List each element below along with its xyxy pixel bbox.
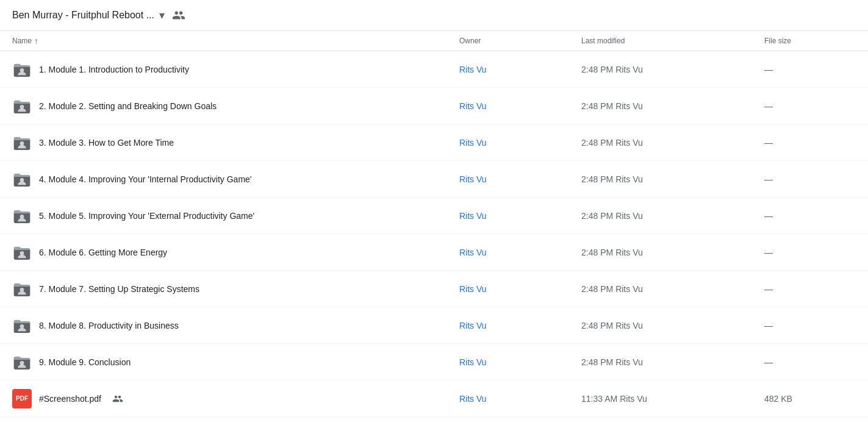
file-name: 2. Module 2. Setting and Breaking Down G… [39,101,217,111]
table-row[interactable]: 2. Module 2. Setting and Breaking Down G… [0,88,868,124]
filesize-cell: — [764,174,856,184]
modified-cell: 2:48 PM Rits Vu [581,284,764,294]
column-last-modified[interactable]: Last modified [581,37,764,45]
table-row[interactable]: 4. Module 4. Improving Your 'Internal Pr… [0,161,868,198]
modified-time: 2:48 PM [581,138,613,148]
modified-by: Rits Vu [615,101,643,111]
owner-cell: Rits Vu [459,248,581,257]
sort-arrow-icon: ↑ [34,36,38,46]
filesize-cell: 482 KB [764,394,856,404]
file-cell: 9. Module 9. Conclusion [12,352,459,372]
modified-by: Rits Vu [620,394,647,404]
column-name[interactable]: Name ↑ [12,36,459,46]
modified-time: 2:48 PM [581,65,613,74]
pdf-icon: PDF [12,389,32,409]
filesize-cell: — [764,248,856,257]
modified-time: 2:48 PM [581,174,613,184]
folder-icon [12,316,32,335]
svg-point-13 [20,288,24,292]
folder-icon [12,96,32,116]
column-owner[interactable]: Owner [459,37,581,45]
owner-cell: Rits Vu [459,101,581,111]
table-row[interactable]: 9. Module 9. Conclusion Rits Vu 2:48 PM … [0,344,868,380]
modified-cell: 2:48 PM Rits Vu [581,65,764,74]
modified-by: Rits Vu [615,174,643,184]
file-cell: 5. Module 5. Improving Your 'External Pr… [12,206,459,226]
table-row[interactable]: 7. Module 7. Setting Up Strategic System… [0,271,868,307]
table-row[interactable]: PDF #Screenshot.pdf Rits Vu 11:33 AM Rit… [0,380,868,417]
column-file-size[interactable]: File size [764,37,856,45]
svg-point-3 [20,105,24,109]
folder-icon [12,60,32,79]
file-name: 9. Module 9. Conclusion [39,357,131,367]
modified-time: 2:48 PM [581,211,613,221]
filesize-cell: — [764,284,856,294]
modified-cell: 2:48 PM Rits Vu [581,248,764,257]
modified-by: Rits Vu [615,284,643,294]
file-name: 4. Module 4. Improving Your 'Internal Pr… [39,174,252,184]
modified-by: Rits Vu [615,65,643,74]
breadcrumb-title[interactable]: Ben Murray - Fruitphul Reboot ... [12,10,154,21]
modified-time: 2:48 PM [581,357,613,367]
file-cell: 7. Module 7. Setting Up Strategic System… [12,279,459,299]
owner-cell: Rits Vu [459,284,581,294]
table-row[interactable]: 6. Module 6. Getting More Energy Rits Vu… [0,234,868,271]
table-row[interactable]: 5. Module 5. Improving Your 'External Pr… [0,198,868,234]
folder-icon [12,206,32,226]
file-cell: 2. Module 2. Setting and Breaking Down G… [12,96,459,116]
file-cell: 6. Module 6. Getting More Energy [12,243,459,262]
filesize-cell: — [764,321,856,330]
table-row[interactable]: 1. Module 1. Introduction to Productivit… [0,51,868,88]
filesize-cell: — [764,211,856,221]
modified-cell: 11:33 AM Rits Vu [581,394,764,404]
modified-time: 11:33 AM [581,394,617,404]
table-row[interactable]: 8. Module 8. Productivity in Business Ri… [0,307,868,344]
file-name: 8. Module 8. Productivity in Business [39,321,179,330]
file-cell: 8. Module 8. Productivity in Business [12,316,459,335]
modified-cell: 2:48 PM Rits Vu [581,174,764,184]
modified-cell: 2:48 PM Rits Vu [581,138,764,148]
svg-point-17 [20,361,24,365]
table-row[interactable]: 3. Module 3. How to Get More Time Rits V… [0,124,868,161]
modified-cell: 2:48 PM Rits Vu [581,101,764,111]
svg-point-1 [20,68,24,73]
modified-time: 2:48 PM [581,101,613,111]
file-name: 6. Module 6. Getting More Energy [39,248,167,257]
modified-by: Rits Vu [615,211,643,221]
table-header: Name ↑ Owner Last modified File size [0,31,868,51]
owner-cell: Rits Vu [459,211,581,221]
owner-cell: Rits Vu [459,357,581,367]
folder-icon [12,279,32,299]
svg-point-9 [20,215,24,219]
owner-cell: Rits Vu [459,138,581,148]
svg-point-5 [20,141,24,146]
breadcrumb-header: Ben Murray - Fruitphul Reboot ... ▾ [0,0,868,31]
owner-cell: Rits Vu [459,65,581,74]
modified-by: Rits Vu [615,248,643,257]
modified-time: 2:48 PM [581,248,613,257]
svg-point-11 [20,251,24,255]
file-cell: 4. Module 4. Improving Your 'Internal Pr… [12,170,459,189]
people-icon [172,9,185,22]
filesize-cell: — [764,357,856,367]
owner-cell: Rits Vu [459,321,581,330]
modified-cell: 2:48 PM Rits Vu [581,211,764,221]
file-name: 5. Module 5. Improving Your 'External Pr… [39,211,254,221]
file-name: #Screenshot.pdf [39,394,101,404]
modified-time: 2:48 PM [581,321,613,330]
modified-by: Rits Vu [615,321,643,330]
modified-by: Rits Vu [615,357,643,367]
file-name: 3. Module 3. How to Get More Time [39,138,174,148]
svg-point-15 [20,324,24,329]
file-name: 7. Module 7. Setting Up Strategic System… [39,284,199,294]
chevron-down-icon[interactable]: ▾ [159,9,165,22]
modified-cell: 2:48 PM Rits Vu [581,357,764,367]
folder-icon [12,170,32,189]
modified-by: Rits Vu [615,138,643,148]
file-table: 1. Module 1. Introduction to Productivit… [0,51,868,417]
svg-point-7 [20,178,24,182]
modified-time: 2:48 PM [581,284,613,294]
shared-people-icon [112,393,123,404]
folder-icon [12,352,32,372]
owner-cell: Rits Vu [459,394,581,404]
